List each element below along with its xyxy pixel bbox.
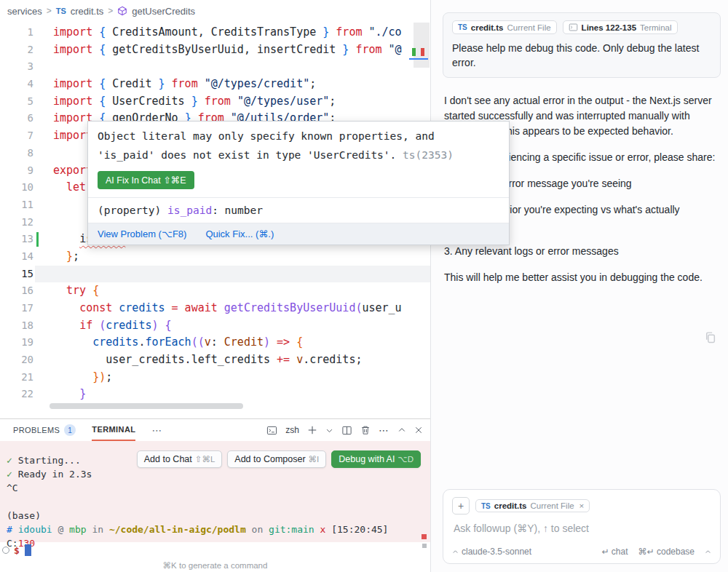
cursor-window: services > TS credit.ts > getUserCredits…	[0, 0, 728, 572]
code-line[interactable]: 19 credits.forEach((v: Credit) => {	[0, 334, 430, 351]
line-number: 8	[0, 145, 33, 162]
ts-file-icon: TS	[481, 502, 491, 510]
collapse-panel-icon[interactable]	[397, 426, 406, 434]
line-number: 1	[0, 24, 33, 41]
code-line[interactable]: 15	[0, 266, 430, 283]
code-line[interactable]: 17 const credits = await getCreditsByUse…	[0, 300, 430, 317]
code-line[interactable]: 4import { Credit } from "@/types/credit"…	[0, 76, 430, 93]
panel-more-icon[interactable]: ⋯	[379, 424, 389, 436]
line-number: 6	[0, 110, 33, 127]
horizontal-scrollbar[interactable]	[50, 403, 243, 409]
terminal-icon	[569, 23, 578, 32]
shell-name[interactable]: zsh	[285, 425, 299, 435]
context-chip-terminal-lines[interactable]: Lines 122-135 Terminal	[563, 20, 678, 34]
code-line[interactable]: 20 user_credits.left_credits += v.credit…	[0, 351, 430, 369]
terminal-prompt[interactable]: $	[0, 542, 31, 558]
code-line[interactable]: 22 }	[0, 386, 430, 403]
line-number: 5	[0, 93, 33, 111]
user-message-text: Please help me debug this code. Only deb…	[452, 41, 711, 70]
terminal-dropdown-icon[interactable]	[325, 426, 333, 434]
terminal-line: # idoubi @ mbp in ~/code/all-in-aigc/pod…	[7, 523, 430, 536]
line-number: 2	[0, 41, 33, 59]
panel-actions: zsh ⋯	[266, 424, 423, 436]
new-terminal-icon[interactable]	[307, 425, 317, 435]
model-selector[interactable]: claude-3.5-sonnet	[452, 547, 531, 557]
quick-fix-link[interactable]: Quick Fix... (⌘.)	[205, 229, 274, 239]
bottom-panel: PROBLEMS 1 TERMINAL ⋯ zsh	[0, 418, 430, 572]
terminal-cursor	[25, 544, 31, 556]
code-line[interactable]: 18 if (credits) {	[0, 317, 430, 335]
input-context-chip[interactable]: TS credit.ts Current File ×	[475, 499, 590, 512]
line-number: 11	[0, 196, 33, 214]
chat-input[interactable]	[452, 522, 714, 535]
error-message: Object literal may only specify known pr…	[88, 122, 509, 166]
terminal-line: ^C	[7, 481, 430, 495]
editor-pane: services > TS credit.ts > getUserCredits…	[0, 0, 431, 572]
line-number: 14	[0, 248, 33, 266]
tab-problems[interactable]: PROBLEMS 1	[13, 419, 76, 441]
property-signature: (property) is_paid: number	[88, 197, 509, 223]
code-line[interactable]: 16 try {	[0, 282, 430, 300]
ai-fix-in-chat-button[interactable]: AI Fix In Chat ⇧⌘E	[98, 171, 194, 189]
line-number: 13	[0, 231, 33, 248]
line-number: 21	[0, 369, 33, 386]
terminal-line	[7, 495, 430, 509]
terminal-line: (base)	[7, 509, 430, 523]
vertical-scrollbar[interactable]	[414, 23, 430, 68]
breadcrumb-item-services[interactable]: services	[7, 6, 42, 17]
code-line[interactable]: 2import { getCreditsByUserUuid, insertCr…	[0, 41, 430, 59]
terminal-line: C:130	[7, 536, 430, 550]
tab-terminal[interactable]: TERMINAL	[92, 419, 135, 441]
line-number: 20	[0, 351, 33, 369]
context-chip-file[interactable]: TS credit.ts Current File	[452, 20, 557, 34]
code-line[interactable]: 21 });	[0, 369, 430, 386]
terminal-line: ✓ Ready in 2.3s	[7, 467, 430, 481]
user-message-card: TS credit.ts Current File Lines 122-135 …	[443, 12, 721, 78]
prompt-status-icon	[2, 547, 9, 554]
breadcrumb-item-file[interactable]: credit.ts	[71, 6, 104, 17]
remove-chip-icon[interactable]: ×	[579, 501, 585, 510]
view-problem-link[interactable]: View Problem (⌥F8)	[98, 229, 186, 239]
line-number: 15	[0, 266, 33, 283]
assistant-paragraph: 3. Any relevant logs or error messages	[444, 244, 719, 259]
problems-count-badge: 1	[64, 424, 76, 436]
line-number: 17	[0, 300, 33, 317]
close-panel-icon[interactable]	[414, 426, 423, 434]
error-hover-tooltip: Object literal may only specify known pr…	[87, 121, 510, 245]
breadcrumb[interactable]: services > TS credit.ts > getUserCredits	[0, 0, 430, 22]
minimap-info-mark	[409, 58, 428, 60]
add-to-composer-button[interactable]: Add to Composer⌘I	[227, 450, 326, 468]
code-line[interactable]: 3	[0, 58, 430, 76]
ts-file-icon: TS	[56, 7, 66, 15]
context-chips: TS credit.ts Current File Lines 122-135 …	[452, 20, 711, 34]
line-number: 4	[0, 76, 33, 93]
code-line[interactable]: 14 };	[0, 248, 430, 266]
git-added-indicator	[36, 232, 39, 247]
code-line[interactable]: 1import { CreditsAmount, CreditsTransTyp…	[0, 24, 430, 41]
chevron-right-icon: >	[47, 6, 52, 16]
trash-icon[interactable]	[360, 425, 371, 435]
prompt-symbol: $	[14, 545, 20, 556]
debug-with-ai-button[interactable]: Debug with AI⌥D	[331, 450, 421, 468]
send-codebase-button[interactable]: ⌘↵ codebase	[638, 547, 695, 557]
copy-response-icon[interactable]	[704, 331, 716, 343]
add-to-chat-button[interactable]: Add to Chat⇧⌘L	[137, 450, 223, 468]
chat-input-footer: claude-3.5-sonnet ↵ chat ⌘↵ codebase	[452, 547, 711, 557]
line-number: 19	[0, 334, 33, 351]
chevron-right-icon: >	[108, 6, 113, 16]
code-line[interactable]: 5import { UserCredits } from "@/types/us…	[0, 93, 430, 111]
panel-tabs-more-icon[interactable]: ⋯	[151, 424, 162, 436]
send-chat-button[interactable]: ↵ chat	[601, 547, 628, 557]
panel-header: PROBLEMS 1 TERMINAL ⋯ zsh	[0, 419, 430, 441]
line-number: 7	[0, 127, 33, 145]
split-terminal-icon[interactable]	[341, 425, 352, 436]
line-number: 16	[0, 282, 33, 300]
line-number: 10	[0, 179, 33, 196]
minimap-added-mark	[412, 48, 416, 56]
assistant-paragraph: This will help me better assist you in d…	[444, 270, 719, 285]
codebase-dropdown-icon[interactable]	[705, 549, 711, 555]
breadcrumb-item-symbol[interactable]: getUserCredits	[132, 6, 195, 17]
tooltip-footer: View Problem (⌥F8) Quick Fix... (⌘.)	[88, 223, 509, 245]
terminal-error-mark	[422, 534, 427, 539]
add-context-button[interactable]: +	[452, 497, 470, 515]
